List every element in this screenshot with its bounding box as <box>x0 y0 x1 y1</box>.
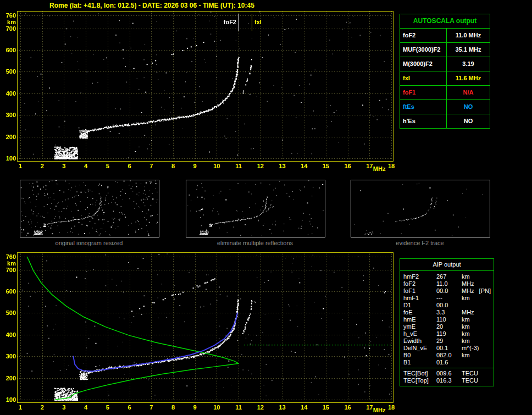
aip-param-value: 29 <box>436 337 462 345</box>
fxi-marker-label: fxI <box>254 19 262 25</box>
aip-row-hmf1: hmF1---km <box>400 295 494 302</box>
aip-param-value: 009.6 <box>436 370 462 377</box>
x-tick-label: 18 <box>385 163 397 169</box>
x-tick-label: 4 <box>80 163 92 169</box>
x-tick-label: 10 <box>210 163 223 169</box>
aip-param-name: D1 <box>403 302 436 309</box>
y-tick-label: 100 <box>1 396 16 403</box>
autoscala-param-value: 11.0 MHz <box>447 29 490 42</box>
aip-param-name: ymE <box>403 323 436 330</box>
x-tick-label: 1 <box>14 404 26 411</box>
x-tick-label: 13 <box>276 163 288 169</box>
ionogram-canvas <box>18 12 392 160</box>
thumbnail-original <box>20 180 159 237</box>
autoscala-row-hes: h'EsNO <box>400 114 490 128</box>
aip-param-value: 082.0 <box>436 352 462 359</box>
aip-param-value: 11.0 <box>436 280 462 287</box>
autoscala-row-muf3000f2: MUF(3000)F235.1 MHz <box>400 42 490 57</box>
x-tick-label: 5 <box>102 163 114 169</box>
autoscala-row-m3000f2: M(3000)F23.19 <box>400 57 490 71</box>
x-tick-label: 6 <box>124 404 136 411</box>
x-tick-label: 2 <box>36 404 48 411</box>
x-tick-label: 3 <box>58 404 70 411</box>
aip-param-value: 119 <box>436 330 462 337</box>
autoscala-app: Rome (lat: +41.8, lon: 012.5) - DATE: 20… <box>0 0 532 415</box>
aip-param-value: --- <box>436 295 462 302</box>
aip-param-name: foF2 <box>403 280 436 287</box>
autoscala-param-label: fxI <box>400 71 447 85</box>
y-tick-label: 400 <box>1 331 16 338</box>
fof2-marker-label: foF2 <box>212 19 236 25</box>
aip-param-unit: km <box>462 330 470 337</box>
x-tick-label: 13 <box>276 404 288 411</box>
thumbnail-f2-trace-canvas <box>351 180 489 236</box>
aip-row-ewidth: Ewidth29km <box>400 337 494 345</box>
aip-param-name: foF1 <box>403 287 436 295</box>
y-tick-label: 100 <box>1 155 16 162</box>
aip-param-name: TEC[Bot] <box>403 370 436 377</box>
aip-param-unit: km <box>462 273 470 280</box>
aip-param-name: hmF2 <box>403 273 436 280</box>
autoscala-param-label: M(3000)F2 <box>400 57 447 71</box>
x-tick-label: 15 <box>320 163 332 169</box>
thumbnail-original-label: original ionogram resized <box>19 240 159 246</box>
x-tick-label: 7 <box>145 404 157 411</box>
x-tick-label: 12 <box>254 404 267 411</box>
aip-param-value: 00.1 <box>436 345 462 352</box>
aip-row-hve: h_vE119km <box>400 330 494 337</box>
y-tick-label: 760 <box>1 253 16 260</box>
aip-param-unit: MHz <box>462 287 474 295</box>
aip-param-value: 20 <box>436 323 462 330</box>
y-tick-label: 760 <box>1 12 16 19</box>
autoscala-row-ftes: ftEsNO <box>400 99 490 114</box>
x-tick-label: 14 <box>298 404 310 411</box>
aip-row-yme: ymE20km <box>400 323 494 330</box>
aip-param-name: Ewidth <box>403 337 436 345</box>
aip-row-hmf2: hmF2267km <box>400 273 494 280</box>
x-tick-label: 9 <box>189 404 201 411</box>
profile-plot <box>17 252 394 403</box>
y-tick-label: 600 <box>1 47 16 53</box>
aip-tec-rows: TEC[Bot]009.6TECUTEC[Top]016.3TECU <box>400 368 494 386</box>
aip-table-header: AIP output <box>400 259 494 271</box>
ionogram-plot <box>17 11 394 162</box>
x-tick-label: 18 <box>385 404 397 411</box>
aip-param-value: 01.6 <box>436 359 462 366</box>
autoscala-row-fof2: foF211.0 MHz <box>400 28 490 42</box>
aip-param-unit: MHz <box>462 309 474 316</box>
aip-param-unit: km <box>462 337 470 345</box>
aip-param-unit: MHz <box>462 280 474 287</box>
aip-row-b0: B0082.0km <box>400 352 494 359</box>
x-tick-label: 5 <box>102 404 114 411</box>
autoscala-output-table: AUTOSCALA output foF211.0 MHzMUF(3000)F2… <box>400 14 490 129</box>
autoscala-param-label: h'Es <box>400 114 447 128</box>
thumbnail-f2-trace-label: evidence F2 trace <box>350 240 490 246</box>
x-tick-label: 16 <box>342 163 354 169</box>
aip-param-name: B0 <box>403 352 436 359</box>
y-tick-label: 200 <box>1 375 16 381</box>
x-tick-label: 8 <box>167 404 179 411</box>
aip-param-name: foE <box>403 309 436 316</box>
autoscala-param-label: foF1 <box>400 86 447 99</box>
aip-param-note: [PN] <box>479 287 494 295</box>
autoscala-row-fxi: fxI11.6 MHz <box>400 71 490 85</box>
autoscala-table-rows: foF211.0 MHzMUF(3000)F235.1 MHzM(3000)F2… <box>400 28 490 128</box>
x-tick-label: 16 <box>342 404 354 411</box>
x-tick-label: 4 <box>80 404 92 411</box>
x-axis-unit-label: MHz <box>372 165 387 172</box>
x-tick-label: 10 <box>210 404 223 411</box>
aip-param-unit: km <box>462 295 470 302</box>
x-tick-label: 3 <box>58 163 70 169</box>
thumbnail-no-multiples <box>186 180 325 237</box>
x-tick-label: 15 <box>320 404 332 411</box>
x-tick-label: 1 <box>14 163 26 169</box>
aip-table-rows: hmF2267kmfoF211.0MHzfoF100.0MHz[PN]hmF1-… <box>400 271 494 368</box>
x-tick-label: 2 <box>36 163 48 169</box>
aip-param-value: 267 <box>436 273 462 280</box>
autoscala-param-value: N/A <box>447 86 490 99</box>
aip-param-unit: m^(-3) <box>462 345 479 352</box>
aip-row-foe: foE3.3MHz <box>400 309 494 316</box>
aip-param-name: hmF1 <box>403 295 436 302</box>
x-tick-label: 8 <box>167 163 179 169</box>
x-tick-label: 9 <box>189 163 201 169</box>
